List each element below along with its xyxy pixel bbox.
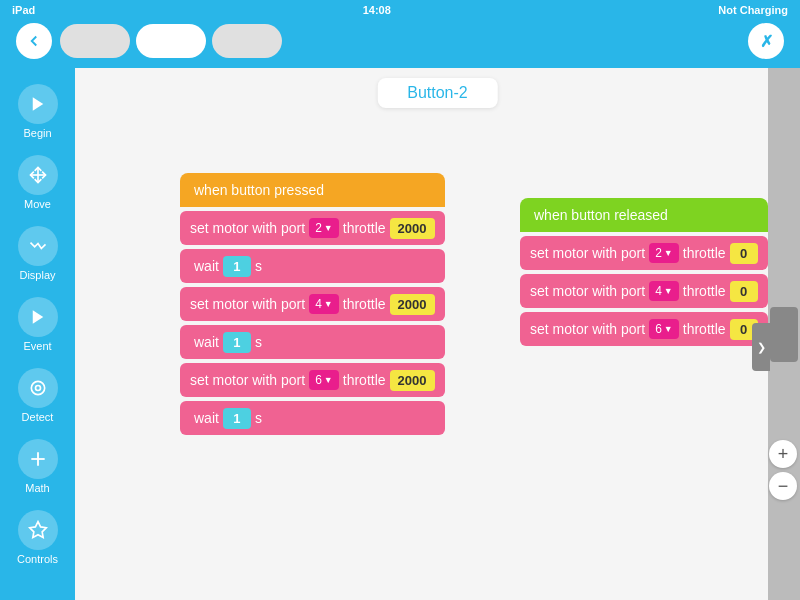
motor-block-left-3[interactable]: set motor with port 6 ▼ throttle 2000 [180,363,445,397]
sidebar-item-math[interactable]: Math [0,431,75,502]
sidebar-label-event: Event [23,340,51,352]
scroll-thumb[interactable] [770,307,798,362]
sidebar-item-move[interactable]: Move [0,147,75,218]
left-block-group: when button pressed set motor with port … [180,173,445,439]
sidebar-label-controls: Controls [17,553,58,565]
svg-marker-8 [29,522,46,538]
zoom-out-button[interactable]: − [769,472,797,500]
motor-text-l2-1: set motor with port [190,296,305,312]
sidebar-item-event[interactable]: Event [0,289,75,360]
wait-text-l3-2: s [255,410,262,426]
motor-text-l3-2: throttle [343,372,386,388]
tab-button-3[interactable] [212,24,282,58]
event-label-released: when button released [534,207,668,223]
sidebar-label-math: Math [25,482,49,494]
sidebar: Begin Move Display Ev [0,68,75,600]
svg-marker-0 [32,97,43,111]
wait-value-l1[interactable]: 1 [223,256,251,277]
motor-text-r1-1: set motor with port [530,245,645,261]
svg-point-5 [35,386,40,391]
wait-block-left-3[interactable]: wait 1 s [180,401,445,435]
motor-text-r2-1: set motor with port [530,283,645,299]
tab-button-2[interactable] [136,24,206,58]
motor-text-l1-1: set motor with port [190,220,305,236]
svg-marker-3 [32,310,43,324]
port-dropdown-r3[interactable]: 6 ▼ [649,319,679,339]
motor-block-left-2[interactable]: set motor with port 4 ▼ throttle 2000 [180,287,445,321]
detect-icon [18,368,58,408]
sidebar-item-begin[interactable]: Begin [0,76,75,147]
tab-buttons [60,24,282,58]
svg-point-4 [31,381,44,394]
battery-status: Not Charging [718,4,788,16]
motor-text-r1-2: throttle [683,245,726,261]
zoom-controls: + − [769,440,797,500]
port-dropdown-l2[interactable]: 4 ▼ [309,294,339,314]
canvas-area: Button-2 when button pressed set motor w… [75,68,800,600]
motor-block-right-2[interactable]: set motor with port 4 ▼ throttle 0 [520,274,768,308]
sidebar-label-move: Move [24,198,51,210]
zoom-in-button[interactable]: + [769,440,797,468]
motor-block-right-3[interactable]: set motor with port 6 ▼ throttle 0 [520,312,768,346]
status-bar: iPad 14:08 Not Charging [0,4,800,16]
controls-icon [18,510,58,550]
main-layout: Begin Move Display Ev [0,68,800,600]
status-right: Not Charging [718,4,788,16]
back-button[interactable] [16,23,52,59]
wait-text-l3-1: wait [194,410,219,426]
motor-text-l3-1: set motor with port [190,372,305,388]
port-dropdown-l3[interactable]: 6 ▼ [309,370,339,390]
port-dropdown-l1[interactable]: 2 ▼ [309,218,339,238]
canvas-title: Button-2 [377,78,497,108]
motor-text-r3-2: throttle [683,321,726,337]
status-time: 14:08 [363,4,391,16]
wait-block-left-2[interactable]: wait 1 s [180,325,445,359]
motor-text-l1-2: throttle [343,220,386,236]
sidebar-item-detect[interactable]: Detect [0,360,75,431]
bluetooth-button[interactable]: ✗ [748,23,784,59]
wait-text-l1-2: s [255,258,262,274]
collapse-panel-button[interactable]: ❯ [752,323,770,371]
sidebar-item-controls[interactable]: Controls [0,502,75,573]
event-block-released[interactable]: when button released [520,198,768,232]
wait-block-left-1[interactable]: wait 1 s [180,249,445,283]
wait-value-l3[interactable]: 1 [223,408,251,429]
move-icon [18,155,58,195]
wait-text-l1-1: wait [194,258,219,274]
sidebar-label-detect: Detect [22,411,54,423]
port-dropdown-r1[interactable]: 2 ▼ [649,243,679,263]
wait-text-l2-2: s [255,334,262,350]
event-label-pressed: when button pressed [194,182,324,198]
sidebar-item-display[interactable]: Display [0,218,75,289]
top-bar-left [16,9,282,59]
motor-block-right-1[interactable]: set motor with port 2 ▼ throttle 0 [520,236,768,270]
status-left: iPad [12,4,35,16]
motor-text-r3-1: set motor with port [530,321,645,337]
tab-button-1[interactable] [60,24,130,58]
motor-block-left-1[interactable]: set motor with port 2 ▼ throttle 2000 [180,211,445,245]
throttle-value-l3[interactable]: 2000 [390,370,435,391]
event-icon [18,297,58,337]
right-block-group: when button released set motor with port… [520,198,768,350]
throttle-value-l2[interactable]: 2000 [390,294,435,315]
event-block-pressed[interactable]: when button pressed [180,173,445,207]
begin-icon [18,84,58,124]
top-bar: iPad 14:08 Not Charging ✗ [0,0,800,68]
display-icon [18,226,58,266]
port-dropdown-r2[interactable]: 4 ▼ [649,281,679,301]
math-icon [18,439,58,479]
sidebar-label-display: Display [19,269,55,281]
wait-text-l2-1: wait [194,334,219,350]
motor-text-r2-2: throttle [683,283,726,299]
throttle-value-r2[interactable]: 0 [730,281,758,302]
wait-value-l2[interactable]: 1 [223,332,251,353]
motor-text-l2-2: throttle [343,296,386,312]
throttle-value-l1[interactable]: 2000 [390,218,435,239]
throttle-value-r1[interactable]: 0 [730,243,758,264]
right-scrollbar: + − ❯ [768,68,800,600]
sidebar-label-begin: Begin [23,127,51,139]
